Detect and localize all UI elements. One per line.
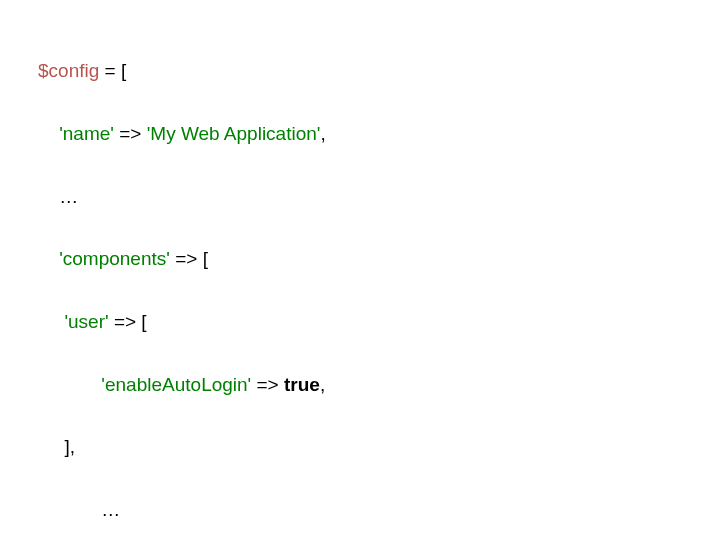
string-token: 'components' — [59, 248, 170, 269]
string-token: 'enableAutoLogin' — [101, 374, 251, 395]
text-token: … — [59, 186, 78, 207]
code-line: 'enableAutoLogin' => true, — [38, 369, 386, 400]
indent — [38, 123, 59, 144]
text-token: … — [101, 499, 120, 520]
text-token: = [ — [99, 60, 126, 81]
text-token: => — [251, 374, 284, 395]
string-token: 'name' — [59, 123, 114, 144]
indent — [38, 311, 64, 332]
indent — [38, 436, 64, 457]
code-line: 'user' => [ — [38, 306, 386, 337]
text-token: => — [114, 123, 147, 144]
text-token: , — [320, 374, 325, 395]
indent — [38, 186, 59, 207]
text-token: ], — [64, 436, 75, 457]
string-token: 'user' — [64, 311, 108, 332]
indent — [38, 374, 101, 395]
text-token: => [ — [109, 311, 147, 332]
code-line: … — [38, 181, 386, 212]
text-token: , — [320, 123, 325, 144]
code-line: … — [38, 494, 386, 525]
indent — [38, 499, 101, 520]
indent — [38, 248, 59, 269]
string-token: 'My Web Application' — [147, 123, 321, 144]
code-line: 'name' => 'My Web Application', — [38, 118, 386, 149]
code-block: $config = [ 'name' => 'My Web Applicatio… — [38, 24, 386, 540]
code-line: 'components' => [ — [38, 243, 386, 274]
variable-token: $config — [38, 60, 99, 81]
text-token: => [ — [170, 248, 208, 269]
keyword-token: true — [284, 374, 320, 395]
code-line: ], — [38, 431, 386, 462]
code-line: $config = [ — [38, 55, 386, 86]
